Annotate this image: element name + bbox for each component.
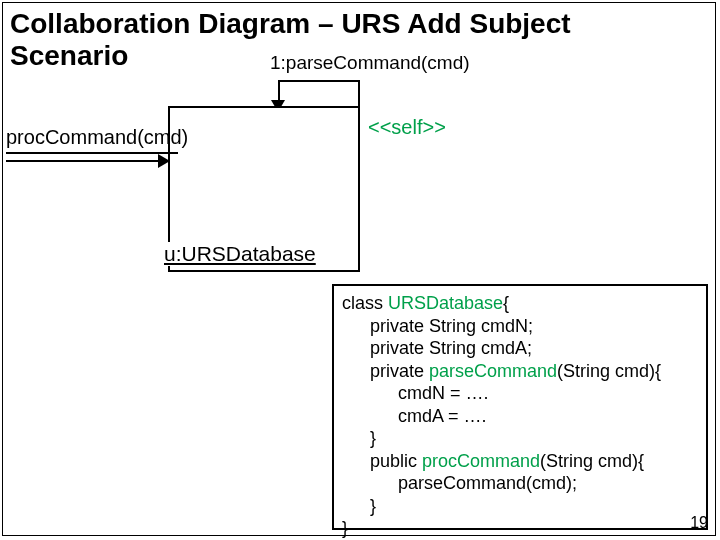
code-line: } [342, 427, 698, 450]
self-stereotype-label: <<self>> [368, 116, 446, 139]
code-line: cmdN = …. [342, 382, 698, 405]
code-line: } [342, 495, 698, 518]
code-line: private String cmdA; [342, 337, 698, 360]
code-line: } [342, 518, 348, 538]
code-line: cmdA = …. [342, 405, 698, 428]
page-number: 19 [690, 514, 708, 532]
message-1-label: 1:parseCommand(cmd) [270, 52, 470, 74]
incoming-message-underline [6, 152, 178, 154]
code-line: private String cmdN; [342, 315, 698, 338]
self-call-loop [280, 80, 360, 82]
code-line: private parseCommand(String cmd){ [342, 360, 698, 383]
code-line: public procCommand(String cmd){ [342, 450, 698, 473]
incoming-message-label: procCommand(cmd) [6, 126, 188, 149]
code-line: class URSDatabase{ [342, 293, 509, 313]
object-name-label: u:URSDatabase [162, 242, 318, 266]
incoming-arrow-line [6, 160, 162, 162]
code-line: parseCommand(cmd); [342, 472, 698, 495]
incoming-arrow-head [158, 154, 170, 168]
class-code-box: class URSDatabase{ private String cmdN; … [332, 284, 708, 530]
